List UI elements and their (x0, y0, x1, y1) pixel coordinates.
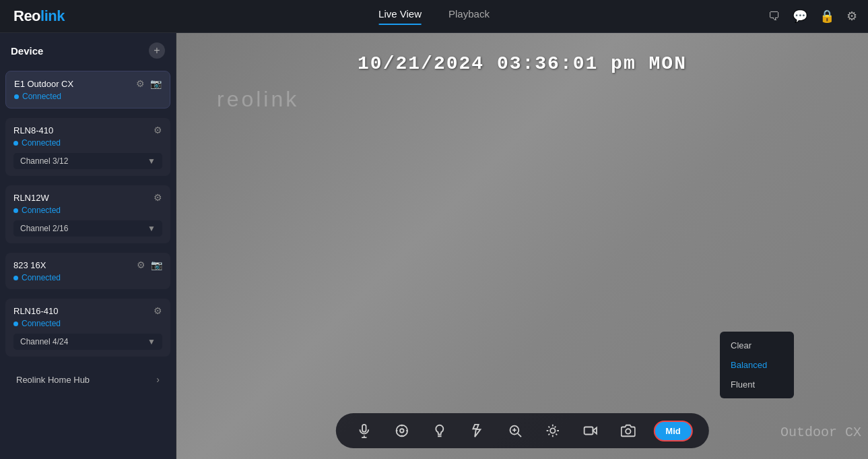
device-action-icons: ⚙ (154, 192, 162, 203)
add-device-button[interactable]: + (149, 42, 165, 59)
device-card-rln12w[interactable]: RLN12W ⚙ Connected Channel 2/16 ▼ (5, 185, 170, 243)
device-name: 823 16X (13, 260, 46, 270)
device-status: Connected (13, 319, 162, 328)
device-settings-icon[interactable]: ⚙ (154, 305, 162, 316)
lamp-button[interactable] (427, 419, 451, 443)
tab-playback[interactable]: Playback (448, 8, 490, 25)
status-text: Connected (22, 92, 61, 101)
zoom-button[interactable] (502, 419, 527, 443)
sidebar-title: Device (11, 45, 43, 57)
device-settings-icon[interactable]: ⚙ (154, 125, 162, 135)
quality-option-fluent[interactable]: Fluent (720, 375, 794, 394)
message-icon[interactable]: 🗨 (768, 9, 780, 24)
device-camera-icon[interactable]: 📷 (151, 259, 162, 270)
channel-text: Channel 3/12 (20, 156, 68, 166)
status-dot (14, 94, 19, 99)
channel-selector[interactable]: Channel 3/12 ▼ (13, 153, 162, 169)
svg-point-3 (400, 429, 404, 433)
status-dot (13, 322, 18, 326)
ptz-button[interactable] (540, 419, 564, 443)
device-action-icons: ⚙ (154, 125, 162, 135)
device-status: Connected (13, 206, 162, 215)
status-dot (13, 208, 18, 213)
device-card-rln8-410[interactable]: RLN8-410 ⚙ Connected Channel 3/12 ▼ (5, 118, 170, 176)
quality-toggle-button[interactable]: Mid (653, 421, 692, 441)
device-status: Connected (14, 92, 162, 101)
device-action-icons: ⚙ 📷 (137, 259, 162, 270)
device-camera-icon[interactable]: 📷 (150, 78, 162, 89)
settings-icon[interactable]: ⚙ (846, 9, 857, 24)
camera-timestamp: 10/21/2024 03:36:01 pm MON (358, 53, 687, 74)
flashlight-button[interactable] (465, 419, 489, 443)
nav-tabs: Live View Playback (378, 8, 490, 25)
device-action-icons: ⚙ (154, 305, 162, 316)
header-action-icons: 🗨 💬 🔒 ⚙ (768, 9, 857, 24)
status-text: Connected (22, 273, 61, 282)
device-card-header: 823 16X ⚙ 📷 (13, 259, 162, 270)
header: Reolink Live View Playback 🗨 💬 🔒 ⚙ (0, 0, 868, 33)
lock-icon[interactable]: 🔒 (820, 9, 834, 24)
camera-watermark: reolink (217, 87, 299, 112)
camera-feed: 10/21/2024 03:36:01 pm MON reolink Clear… (176, 33, 868, 459)
device-name: RLN12W (13, 193, 49, 203)
home-hub-chevron-icon: › (156, 374, 160, 385)
camera-label: Outdoor CX (780, 425, 868, 440)
status-text: Connected (22, 138, 61, 148)
device-status: Connected (13, 273, 162, 282)
home-hub-name: Reolink Home Hub (16, 375, 90, 385)
device-settings-icon[interactable]: ⚙ (137, 259, 145, 270)
channel-dropdown-icon: ▼ (147, 224, 156, 233)
sidebar: Device + E1 Outdoor CX ⚙ 📷 Connected RLN… (0, 33, 176, 459)
channel-text: Channel 4/24 (20, 337, 68, 346)
device-status: Connected (13, 138, 162, 148)
device-card-e1-outdoor-cx[interactable]: E1 Outdoor CX ⚙ 📷 Connected (5, 71, 170, 109)
sidebar-header: Device + (0, 33, 176, 68)
channel-dropdown-icon: ▼ (147, 337, 156, 346)
camera-toolbar: Mid (335, 413, 708, 448)
device-card-header: E1 Outdoor CX ⚙ 📷 (14, 78, 162, 89)
channel-dropdown-icon: ▼ (147, 156, 156, 166)
svg-rect-14 (584, 427, 593, 435)
device-card-header: RLN12W ⚙ (13, 192, 162, 203)
quality-dropdown: Clear Balanced Fluent (720, 332, 794, 398)
device-card-header: RLN8-410 ⚙ (13, 125, 162, 135)
svg-point-13 (550, 428, 555, 433)
snapshot-button[interactable] (615, 419, 640, 443)
sidebar-item-home-hub[interactable]: Reolink Home Hub › (5, 366, 170, 393)
microphone-button[interactable] (352, 419, 376, 443)
camera-area: 10/21/2024 03:36:01 pm MON reolink Clear… (176, 33, 868, 459)
channel-text: Channel 2/16 (20, 224, 68, 233)
tab-live-view[interactable]: Live View (378, 8, 422, 25)
status-dot (13, 276, 18, 280)
svg-point-16 (626, 429, 630, 433)
quality-option-balanced[interactable]: Balanced (720, 355, 794, 375)
device-card-823-16x[interactable]: 823 16X ⚙ 📷 Connected (5, 253, 170, 289)
device-card-header: RLN16-410 ⚙ (13, 305, 162, 316)
svg-point-4 (396, 425, 407, 437)
channel-selector[interactable]: Channel 2/16 ▼ (13, 220, 162, 237)
device-action-icons: ⚙ 📷 (136, 78, 162, 89)
logo: Reolink (13, 7, 65, 25)
device-settings-icon[interactable]: ⚙ (154, 192, 162, 203)
svg-line-10 (517, 433, 521, 437)
status-text: Connected (22, 206, 61, 215)
quality-option-clear[interactable]: Clear (720, 336, 794, 355)
main-layout: Device + E1 Outdoor CX ⚙ 📷 Connected RLN… (0, 33, 868, 459)
device-name: E1 Outdoor CX (14, 79, 73, 89)
svg-rect-0 (362, 425, 366, 432)
chat-icon[interactable]: 💬 (793, 9, 807, 24)
device-name: RLN16-410 (13, 306, 59, 316)
device-card-rln16-410[interactable]: RLN16-410 ⚙ Connected Channel 4/24 ▼ (5, 299, 170, 357)
device-settings-icon[interactable]: ⚙ (136, 78, 145, 89)
camera-settings-button[interactable] (389, 419, 413, 443)
status-text: Connected (22, 319, 61, 328)
record-button[interactable] (578, 419, 602, 443)
channel-selector[interactable]: Channel 4/24 ▼ (13, 334, 162, 350)
status-dot (13, 141, 18, 146)
device-name: RLN8-410 (13, 125, 53, 135)
